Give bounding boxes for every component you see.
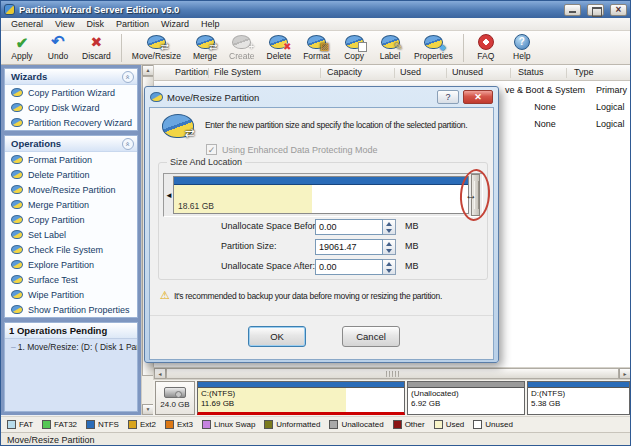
toolbar-button-undo[interactable]: Undo: [40, 32, 76, 64]
menu-help[interactable]: Help: [195, 18, 226, 30]
spinner-unallocate-space-after[interactable]: [383, 259, 396, 275]
legend-label: Ext2: [140, 420, 156, 429]
toolbar-separator: [463, 34, 464, 62]
legend-item-used: Used: [434, 420, 465, 429]
partition-body: D:(NTFS)5.38 GB: [528, 388, 629, 414]
diskmap-partition-2[interactable]: D:(NTFS)5.38 GB: [527, 381, 630, 415]
legend-item-ntfs: NTFS: [86, 420, 119, 429]
diskmap-partition-0[interactable]: C:(NTFS)11.69 GB: [197, 381, 405, 415]
sidebar-item-label: Wipe Partition: [28, 290, 84, 300]
spinner-unallocate-space-before[interactable]: [383, 219, 396, 235]
maximize-icon[interactable]: [587, 4, 604, 16]
cancel-button[interactable]: Cancel: [342, 326, 400, 347]
partition-disk-icon: [11, 230, 23, 239]
diskmap-scrollbar[interactable]: ◄ ►: [153, 367, 631, 380]
diskmap-partition-1[interactable]: (Unallocated)6.92 GB: [407, 381, 525, 415]
legend-item-unformatted: Unformatted: [264, 420, 320, 429]
sidebar-item-delete-partition[interactable]: Delete Partition: [5, 167, 137, 182]
spinner-down-icon[interactable]: [383, 267, 395, 274]
app-titlebar[interactable]: Partition Wizard Server Edition v5.0: [1, 1, 630, 18]
toolbar-button-label: Label: [380, 51, 401, 61]
toolbar-button-delete[interactable]: Delete: [261, 32, 298, 64]
scroll-right-icon[interactable]: ►: [619, 368, 631, 379]
minimize-icon[interactable]: [564, 4, 581, 16]
menu-partition[interactable]: Partition: [110, 18, 155, 30]
sidebar-item-copy-disk-wizard[interactable]: Copy Disk Wizard: [5, 100, 137, 115]
checkbox-label: Using Enhanced Data Protecting Mode: [222, 145, 378, 155]
sidebar-item-explore-partition[interactable]: Explore Partition: [5, 257, 137, 272]
toolbar-button-help[interactable]: Help: [504, 32, 540, 64]
table-cell-status: ve & Boot & System: [500, 85, 590, 95]
sidebar-item-copy-partition-wizard[interactable]: Copy Partition Wizard: [5, 85, 137, 100]
disk-label-icon: [378, 34, 402, 50]
spinner-up-icon[interactable]: [383, 220, 395, 227]
toolbar-button-apply[interactable]: Apply: [4, 32, 40, 64]
sidebar-item-partition-recovery-wizard[interactable]: Partition Recovery Wizard: [5, 115, 137, 130]
scrollbar-thumb[interactable]: [166, 368, 619, 379]
legend-label: NTFS: [98, 420, 119, 429]
field-input-unallocate-space-after[interactable]: 0.00: [315, 259, 383, 275]
sidebar-item-wipe-partition[interactable]: Wipe Partition: [5, 287, 137, 302]
sidebar-item-copy-partition[interactable]: Copy Partition: [5, 212, 137, 227]
sidebar-item-surface-test[interactable]: Surface Test: [5, 272, 137, 287]
menu-general[interactable]: General: [5, 18, 49, 30]
toolbar-button-move-resize[interactable]: Move/Resize: [126, 32, 187, 64]
table-header-status[interactable]: Status: [518, 67, 544, 77]
partition-disk-icon: [11, 305, 23, 314]
menu-wizard[interactable]: Wizard: [155, 18, 195, 30]
slider-right-handle[interactable]: [471, 174, 480, 216]
checkbox-icon[interactable]: ✓: [206, 144, 217, 155]
toolbar-button-format[interactable]: Format: [297, 32, 336, 64]
legend-label: Unused: [485, 420, 513, 429]
scroll-left-icon[interactable]: ◄: [154, 368, 166, 379]
spinner-up-icon[interactable]: [383, 260, 395, 267]
toolbar-button-copy[interactable]: Copy: [336, 32, 372, 64]
ok-button[interactable]: OK: [248, 326, 306, 347]
menu-disk[interactable]: Disk: [80, 18, 110, 30]
legend-swatch: [7, 420, 16, 429]
column-divider: [320, 68, 321, 78]
collapse-chevron-icon[interactable]: »: [122, 71, 134, 83]
legend-label: FAT: [19, 420, 33, 429]
spinner-down-icon[interactable]: [383, 247, 395, 254]
sidebar-item-merge-partition[interactable]: Merge Partition: [5, 197, 137, 212]
field-input-unallocate-space-before[interactable]: 0.00: [315, 219, 383, 235]
sidebar-item-label: Delete Partition: [28, 170, 90, 180]
dialog-close-icon[interactable]: ✕: [463, 90, 493, 104]
spinner-down-icon[interactable]: [383, 227, 395, 234]
dialog-titlebar[interactable]: Move/Resize Partition ? ✕: [149, 87, 494, 107]
discard-x-icon: [84, 34, 108, 50]
slider-left-handle-icon[interactable]: ◄: [165, 174, 173, 216]
partition-size-slider[interactable]: ◄ 18.61 GB ↔: [163, 173, 483, 217]
sidebar-item-move-resize-partition[interactable]: Move/Resize Partition: [5, 182, 137, 197]
toolbar-button-discard[interactable]: Discard: [76, 32, 117, 64]
sidebar-item-check-file-system[interactable]: Check File System: [5, 242, 137, 257]
collapse-chevron-icon[interactable]: »: [122, 138, 134, 150]
dialog-help-icon[interactable]: ?: [437, 90, 459, 104]
partition-disk-icon: [150, 92, 163, 102]
menu-view[interactable]: View: [49, 18, 80, 30]
table-header-type[interactable]: Type: [574, 67, 594, 77]
sidebar-item-show-partition-properties[interactable]: Show Partition Properties: [5, 302, 137, 317]
spinner-partition-size[interactable]: [383, 239, 396, 255]
table-header-file-system[interactable]: File System: [214, 67, 261, 77]
close-icon[interactable]: [610, 4, 627, 16]
sidebar-item-label: Copy Disk Wizard: [28, 103, 100, 113]
table-header-unused[interactable]: Unused: [452, 67, 483, 77]
enhanced-mode-checkbox[interactable]: ✓ Using Enhanced Data Protecting Mode: [206, 144, 378, 155]
table-cell-type: Logical: [596, 119, 625, 129]
field-input-partition-size[interactable]: 19061.47: [315, 239, 383, 255]
toolbar-button-faq[interactable]: FAQ: [468, 32, 504, 64]
table-header-used[interactable]: Used: [400, 67, 421, 77]
toolbar-button-label[interactable]: Label: [372, 32, 408, 64]
status-bar: Move/Resize Partition: [1, 432, 631, 446]
table-header-partition[interactable]: Partition: [175, 67, 208, 77]
pending-operation-item[interactable]: 1. Move/Resize: (D: ( Disk 1 Partit.: [5, 339, 137, 352]
sidebar-item-format-partition[interactable]: Format Partition: [5, 152, 137, 167]
disk-icon-box[interactable]: 24.0 GB: [155, 381, 195, 415]
sidebar-item-set-label[interactable]: Set Label: [5, 227, 137, 242]
toolbar-button-merge[interactable]: Merge: [187, 32, 223, 64]
toolbar-button-properties[interactable]: Properties: [408, 32, 459, 64]
table-header-capacity[interactable]: Capacity: [327, 67, 362, 77]
spinner-up-icon[interactable]: [383, 240, 395, 247]
